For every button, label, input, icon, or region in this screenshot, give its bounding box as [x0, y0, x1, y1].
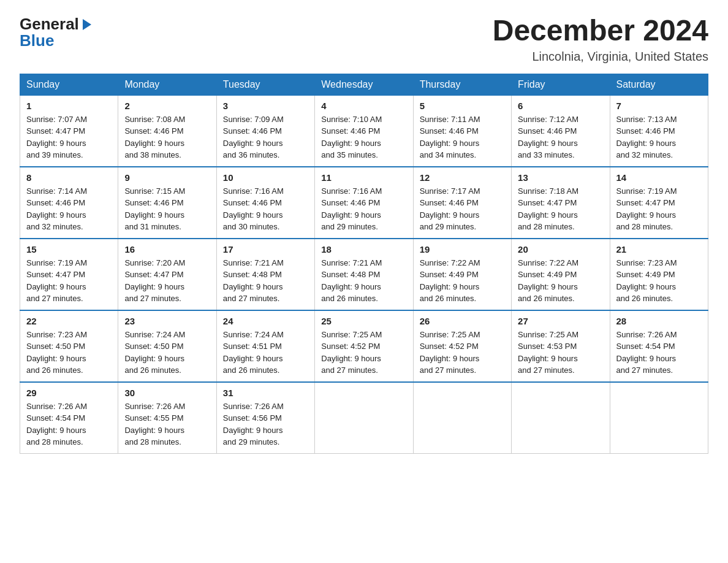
header-friday: Friday [512, 74, 610, 95]
calendar-cell: 3 Sunrise: 7:09 AM Sunset: 4:46 PM Dayli… [216, 95, 314, 167]
day-info: Sunrise: 7:15 AM Sunset: 4:46 PM Dayligh… [124, 185, 210, 233]
day-info: Sunrise: 7:26 AM Sunset: 4:54 PM Dayligh… [616, 329, 702, 377]
calendar-cell: 25 Sunrise: 7:25 AM Sunset: 4:52 PM Dayl… [315, 310, 413, 382]
logo-arrow-icon [80, 18, 94, 31]
calendar-cell: 8 Sunrise: 7:14 AM Sunset: 4:46 PM Dayli… [20, 167, 118, 239]
day-number: 23 [124, 316, 210, 326]
calendar-cell: 30 Sunrise: 7:26 AM Sunset: 4:55 PM Dayl… [118, 382, 216, 454]
day-number: 11 [321, 172, 406, 183]
calendar-week-5: 29 Sunrise: 7:26 AM Sunset: 4:54 PM Dayl… [20, 382, 708, 454]
day-info: Sunrise: 7:10 AM Sunset: 4:46 PM Dayligh… [321, 113, 406, 161]
calendar-cell: 26 Sunrise: 7:25 AM Sunset: 4:52 PM Dayl… [413, 310, 511, 382]
day-number: 4 [321, 101, 406, 111]
day-info: Sunrise: 7:23 AM Sunset: 4:50 PM Dayligh… [26, 329, 112, 377]
day-number: 7 [616, 101, 702, 111]
day-number: 8 [26, 172, 112, 183]
calendar-week-4: 22 Sunrise: 7:23 AM Sunset: 4:50 PM Dayl… [20, 310, 708, 382]
day-number: 1 [26, 101, 112, 111]
calendar-cell: 17 Sunrise: 7:21 AM Sunset: 4:48 PM Dayl… [216, 239, 314, 310]
calendar-cell: 4 Sunrise: 7:10 AM Sunset: 4:46 PM Dayli… [315, 95, 413, 167]
day-info: Sunrise: 7:26 AM Sunset: 4:56 PM Dayligh… [223, 400, 308, 448]
day-number: 30 [124, 388, 210, 398]
day-info: Sunrise: 7:21 AM Sunset: 4:48 PM Dayligh… [223, 257, 308, 305]
day-number: 3 [223, 101, 308, 111]
calendar-cell: 18 Sunrise: 7:21 AM Sunset: 4:48 PM Dayl… [315, 239, 413, 310]
header-tuesday: Tuesday [216, 74, 314, 95]
calendar-cell: 5 Sunrise: 7:11 AM Sunset: 4:46 PM Dayli… [413, 95, 511, 167]
day-number: 16 [124, 244, 210, 255]
location-subtitle: Lincolnia, Virginia, United States [493, 50, 708, 64]
logo-blue: Blue [20, 31, 54, 50]
calendar-week-2: 8 Sunrise: 7:14 AM Sunset: 4:46 PM Dayli… [20, 167, 708, 239]
calendar-cell: 9 Sunrise: 7:15 AM Sunset: 4:46 PM Dayli… [118, 167, 216, 239]
day-info: Sunrise: 7:25 AM Sunset: 4:53 PM Dayligh… [518, 329, 603, 377]
day-info: Sunrise: 7:16 AM Sunset: 4:46 PM Dayligh… [321, 185, 406, 233]
day-info: Sunrise: 7:23 AM Sunset: 4:49 PM Dayligh… [616, 257, 702, 305]
day-number: 26 [420, 316, 505, 326]
calendar-cell: 31 Sunrise: 7:26 AM Sunset: 4:56 PM Dayl… [216, 382, 314, 454]
calendar-table: Sunday Monday Tuesday Wednesday Thursday… [20, 74, 708, 454]
day-info: Sunrise: 7:07 AM Sunset: 4:47 PM Dayligh… [26, 113, 112, 161]
day-info: Sunrise: 7:25 AM Sunset: 4:52 PM Dayligh… [420, 329, 505, 377]
calendar-cell: 22 Sunrise: 7:23 AM Sunset: 4:50 PM Dayl… [20, 310, 118, 382]
day-number: 19 [420, 244, 505, 255]
calendar-cell: 6 Sunrise: 7:12 AM Sunset: 4:46 PM Dayli… [512, 95, 610, 167]
day-info: Sunrise: 7:13 AM Sunset: 4:46 PM Dayligh… [616, 113, 702, 161]
calendar-cell: 7 Sunrise: 7:13 AM Sunset: 4:46 PM Dayli… [610, 95, 708, 167]
day-number: 15 [26, 244, 112, 255]
title-block: December 2024 Lincolnia, Virginia, Unite… [493, 15, 708, 64]
calendar-cell [512, 382, 610, 454]
day-number: 2 [124, 101, 210, 111]
day-info: Sunrise: 7:08 AM Sunset: 4:46 PM Dayligh… [124, 113, 210, 161]
day-number: 18 [321, 244, 406, 255]
calendar-cell: 2 Sunrise: 7:08 AM Sunset: 4:46 PM Dayli… [118, 95, 216, 167]
header-saturday: Saturday [610, 74, 708, 95]
day-info: Sunrise: 7:12 AM Sunset: 4:46 PM Dayligh… [518, 113, 603, 161]
day-number: 10 [223, 172, 308, 183]
day-number: 13 [518, 172, 603, 183]
day-number: 9 [124, 172, 210, 183]
calendar-cell: 28 Sunrise: 7:26 AM Sunset: 4:54 PM Dayl… [610, 310, 708, 382]
day-number: 29 [26, 388, 112, 398]
day-info: Sunrise: 7:22 AM Sunset: 4:49 PM Dayligh… [518, 257, 603, 305]
day-number: 17 [223, 244, 308, 255]
header-thursday: Thursday [413, 74, 511, 95]
day-number: 20 [518, 244, 603, 255]
day-info: Sunrise: 7:26 AM Sunset: 4:55 PM Dayligh… [124, 400, 210, 448]
day-number: 22 [26, 316, 112, 326]
calendar-cell: 16 Sunrise: 7:20 AM Sunset: 4:47 PM Dayl… [118, 239, 216, 310]
calendar-cell: 14 Sunrise: 7:19 AM Sunset: 4:47 PM Dayl… [610, 167, 708, 239]
day-info: Sunrise: 7:14 AM Sunset: 4:46 PM Dayligh… [26, 185, 112, 233]
calendar-cell [610, 382, 708, 454]
day-info: Sunrise: 7:11 AM Sunset: 4:46 PM Dayligh… [420, 113, 505, 161]
calendar-week-3: 15 Sunrise: 7:19 AM Sunset: 4:47 PM Dayl… [20, 239, 708, 310]
page-header: General Blue December 2024 Lincolnia, Vi… [20, 15, 708, 64]
day-info: Sunrise: 7:22 AM Sunset: 4:49 PM Dayligh… [420, 257, 505, 305]
calendar-cell: 21 Sunrise: 7:23 AM Sunset: 4:49 PM Dayl… [610, 239, 708, 310]
logo: General Blue [20, 15, 94, 50]
day-info: Sunrise: 7:21 AM Sunset: 4:48 PM Dayligh… [321, 257, 406, 305]
day-number: 5 [420, 101, 505, 111]
day-number: 14 [616, 172, 702, 183]
calendar-cell [413, 382, 511, 454]
calendar-cell: 27 Sunrise: 7:25 AM Sunset: 4:53 PM Dayl… [512, 310, 610, 382]
calendar-cell: 15 Sunrise: 7:19 AM Sunset: 4:47 PM Dayl… [20, 239, 118, 310]
calendar-cell: 13 Sunrise: 7:18 AM Sunset: 4:47 PM Dayl… [512, 167, 610, 239]
day-number: 31 [223, 388, 308, 398]
day-info: Sunrise: 7:17 AM Sunset: 4:46 PM Dayligh… [420, 185, 505, 233]
calendar-header-row: Sunday Monday Tuesday Wednesday Thursday… [20, 74, 708, 95]
day-info: Sunrise: 7:19 AM Sunset: 4:47 PM Dayligh… [26, 257, 112, 305]
header-sunday: Sunday [20, 74, 118, 95]
day-info: Sunrise: 7:25 AM Sunset: 4:52 PM Dayligh… [321, 329, 406, 377]
day-number: 27 [518, 316, 603, 326]
day-number: 12 [420, 172, 505, 183]
calendar-week-1: 1 Sunrise: 7:07 AM Sunset: 4:47 PM Dayli… [20, 95, 708, 167]
day-info: Sunrise: 7:26 AM Sunset: 4:54 PM Dayligh… [26, 400, 112, 448]
svg-marker-0 [83, 19, 91, 30]
month-year-title: December 2024 [493, 15, 708, 47]
day-number: 25 [321, 316, 406, 326]
day-number: 21 [616, 244, 702, 255]
calendar-cell: 24 Sunrise: 7:24 AM Sunset: 4:51 PM Dayl… [216, 310, 314, 382]
day-info: Sunrise: 7:09 AM Sunset: 4:46 PM Dayligh… [223, 113, 308, 161]
day-number: 6 [518, 101, 603, 111]
